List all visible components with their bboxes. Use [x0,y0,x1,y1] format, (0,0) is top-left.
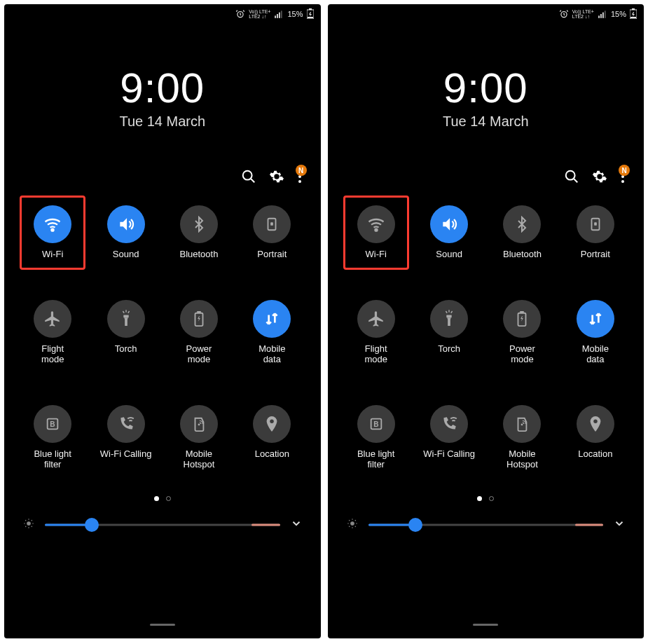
svg-rect-15 [123,315,128,318]
lte-indicator: Vo)) LTE+ LTE2 ↓↑ [249,9,270,19]
svg-rect-14 [270,222,273,226]
page-indicator [328,496,644,501]
signal-icon [598,9,607,19]
nav-handle[interactable] [150,624,175,626]
dot-active [154,496,159,501]
svg-rect-17 [197,311,201,313]
status-bar: Vo)) LTE+ LTE2 ↓↑ 15% [328,4,644,22]
svg-text:B: B [373,420,378,428]
svg-rect-4 [281,11,282,18]
search-icon[interactable] [241,169,256,187]
panel-action-row: N [4,169,321,187]
toggle-location[interactable]: Location [239,405,305,470]
toggle-label: Location [578,448,612,459]
portrait-icon [253,205,291,243]
toggle-flight-mode[interactable]: Flight mode [20,300,85,364]
toggle-wifi-calling[interactable]: Wi-Fi Calling [92,405,158,470]
toggle-blue-light[interactable]: B Blue light filter [343,405,409,470]
toggle-mobile-data[interactable]: Mobile data [239,300,305,364]
toggle-hotspot[interactable]: Mobile Hotspot [489,405,555,470]
toggle-wifi[interactable]: Wi-Fi [343,205,409,259]
bluetooth-icon [503,205,541,243]
torch-icon [107,300,145,338]
svg-rect-3 [279,12,280,18]
toggle-flight-mode[interactable]: Flight mode [343,300,409,364]
svg-point-31 [566,171,575,180]
toggle-sound[interactable]: Sound [92,205,158,259]
toggle-wifi-calling[interactable]: Wi-Fi Calling [416,405,482,470]
toggle-hotspot[interactable]: Mobile Hotspot [166,405,232,470]
signal-icon [274,9,284,19]
portrait-icon [577,205,614,243]
page-indicator [4,496,321,501]
location-icon [577,405,614,443]
quick-toggles-grid: Wi-Fi Sound Bluetooth Portrait Flight mo… [328,205,644,470]
chevron-down-icon[interactable] [290,517,303,533]
toggle-label: Location [255,448,289,459]
toggle-portrait[interactable]: Portrait [563,205,628,259]
settings-icon[interactable] [592,169,607,187]
svg-rect-1 [275,15,277,18]
phone-panel-left: Vo)) LTE+ LTE2 ↓↑ 15% 9:00 Tue 14 March … [4,4,321,638]
wifi-calling-icon [107,405,145,443]
wifi-icon [34,205,71,243]
dot-inactive [489,496,494,501]
toggle-label: Wi-Fi [366,249,387,259]
search-icon[interactable] [564,169,579,187]
toggle-power-mode[interactable]: Power mode [489,300,555,364]
svg-rect-37 [594,222,597,226]
alarm-icon [559,9,569,19]
wifi-calling-icon [430,405,468,443]
toggle-label: Mobile data [582,343,609,364]
settings-icon[interactable] [269,169,284,187]
toggle-label: Torch [438,343,460,354]
svg-rect-30 [630,17,636,18]
toggle-label: Portrait [257,249,287,259]
alarm-icon [235,9,245,19]
svg-point-43 [521,424,523,426]
toggle-bluetooth[interactable]: Bluetooth [489,205,555,259]
notification-badge: N [619,165,630,176]
toggle-bluetooth[interactable]: Bluetooth [166,205,232,259]
panel-action-row: N [328,169,644,187]
toggle-label: Portrait [581,249,610,259]
blue-light-icon: B [357,405,395,443]
battery-icon [630,8,637,19]
toggle-power-mode[interactable]: Power mode [166,300,232,364]
toggle-blue-light[interactable]: B Blue light filter [20,405,85,470]
toggle-mobile-data[interactable]: Mobile data [563,300,628,364]
svg-text:B: B [50,420,55,428]
brightness-slider[interactable] [368,516,604,533]
dot-inactive [166,496,171,501]
battery-icon [307,8,314,19]
wifi-icon [357,205,395,243]
toggle-label: Bluetooth [503,249,542,259]
toggle-wifi[interactable]: Wi-Fi [20,205,85,259]
more-icon[interactable]: N [620,169,626,187]
svg-point-44 [593,420,598,424]
toggle-label: Wi-Fi Calling [423,448,475,459]
clock-block: 9:00 Tue 14 March [4,64,321,130]
brightness-slider[interactable] [45,516,280,533]
slider-thumb[interactable] [408,518,422,532]
clock-time: 9:00 [4,64,321,112]
clock-date: Tue 14 March [328,114,644,130]
toggle-label: Mobile Hotspot [184,448,215,470]
svg-rect-2 [277,14,279,18]
brightness-low-icon [22,517,35,533]
nav-handle[interactable] [473,624,498,626]
chevron-down-icon[interactable] [613,517,626,533]
sound-icon [107,205,145,243]
toggle-label: Power mode [509,343,535,364]
hotspot-icon [180,405,218,443]
toggle-portrait[interactable]: Portrait [239,205,305,259]
more-icon[interactable]: N [297,169,303,187]
toggle-torch[interactable]: Torch [416,300,482,364]
power-mode-icon [503,300,541,338]
toggle-sound[interactable]: Sound [416,205,482,259]
toggle-torch[interactable]: Torch [92,300,158,364]
location-icon [253,405,291,443]
svg-rect-7 [308,17,313,18]
slider-thumb[interactable] [85,518,99,532]
toggle-location[interactable]: Location [563,405,628,470]
